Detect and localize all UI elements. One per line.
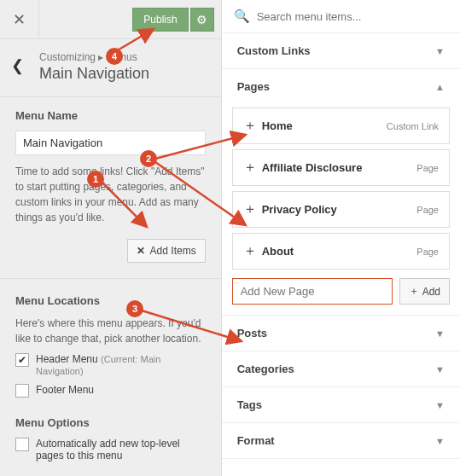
chevron-up-icon: ▲ xyxy=(435,82,445,92)
accordion-label: Categories xyxy=(237,363,294,375)
search-input[interactable] xyxy=(257,10,448,23)
page-item-label: Privacy Policy xyxy=(262,203,337,216)
publish-button[interactable]: Publish xyxy=(132,8,188,32)
page-item-label: About xyxy=(262,245,294,258)
option-label: Automatically add new top-level pages to… xyxy=(36,438,206,461)
close-icon[interactable]: ✕ xyxy=(0,0,39,39)
add-button-label: Add xyxy=(422,286,440,298)
page-item-affiliate[interactable]: ＋Affiliate Disclosure Page xyxy=(232,149,450,186)
plus-icon: ＋ xyxy=(243,200,253,218)
page-item-label: Home xyxy=(262,119,293,132)
chevron-down-icon: ▼ xyxy=(435,400,445,410)
accordion-label: Format xyxy=(237,434,275,447)
page-item-home[interactable]: ＋Home Custom Link xyxy=(232,107,450,144)
accordion-label: Pages xyxy=(237,80,270,93)
chevron-down-icon: ▼ xyxy=(435,436,445,446)
checkbox-icon: ✔ xyxy=(15,353,29,367)
accordion-label: Custom Links xyxy=(237,44,311,57)
menu-locations-title: Menu Locations xyxy=(15,294,206,307)
gear-icon[interactable]: ⚙ xyxy=(190,8,214,32)
customizer-panel: ✕ Publish ⚙ ❮ Customizing ▸ Menus Main N… xyxy=(0,0,221,476)
back-button[interactable]: ❮ xyxy=(7,51,27,75)
location-footer-menu[interactable]: Footer Menu xyxy=(15,384,206,398)
menu-name-label: Menu Name xyxy=(15,109,206,122)
location-label: Header Menu xyxy=(36,353,98,365)
page-item-about[interactable]: ＋About Page xyxy=(232,233,450,270)
checkbox-icon xyxy=(15,384,29,398)
menu-options-title: Menu Options xyxy=(15,416,206,429)
menu-name-input[interactable] xyxy=(15,131,206,155)
location-label: Footer Menu xyxy=(36,384,94,396)
add-page-button[interactable]: ＋ Add xyxy=(399,278,450,305)
checkbox-icon xyxy=(15,438,29,451)
plus-icon: ＋ xyxy=(243,117,253,135)
page-item-privacy[interactable]: ＋Privacy Policy Page xyxy=(232,191,450,228)
search-icon: 🔍 xyxy=(234,9,250,24)
page-item-type: Page xyxy=(416,247,439,257)
accordion-pages[interactable]: Pages ▲ xyxy=(222,69,460,104)
page-item-label: Affiliate Disclosure xyxy=(262,161,363,174)
page-item-type: Page xyxy=(416,205,439,215)
add-items-button[interactable]: ✕ Add Items xyxy=(127,239,206,263)
page-item-type: Page xyxy=(416,163,439,173)
plus-icon: ＋ xyxy=(243,242,253,260)
menu-locations-help: Here's where this menu appears. If you'd… xyxy=(15,316,206,346)
page-title: Main Navigation xyxy=(39,65,204,83)
close-icon: ✕ xyxy=(137,245,145,257)
accordion-categories[interactable]: Categories ▼ xyxy=(222,351,460,386)
chevron-down-icon: ▼ xyxy=(435,364,445,374)
menu-name-help: Time to add some links! Click "Add Items… xyxy=(15,164,206,225)
page-item-type: Custom Link xyxy=(387,121,439,131)
items-panel: 🔍 Custom Links ▼ Pages ▲ ＋Home Custom Li… xyxy=(221,0,460,476)
accordion-posts[interactable]: Posts ▼ xyxy=(222,316,460,351)
plus-icon: ＋ xyxy=(243,159,253,177)
accordion-custom-links[interactable]: Custom Links ▼ xyxy=(222,33,460,68)
location-header-menu[interactable]: ✔ Header Menu (Current: Main Navigation) xyxy=(15,353,206,377)
chevron-down-icon: ▼ xyxy=(435,46,445,56)
accordion-label: Tags xyxy=(237,398,262,411)
breadcrumb: Customizing ▸ Menus xyxy=(39,51,204,63)
plus-icon: ＋ xyxy=(409,284,419,299)
add-new-page-input[interactable] xyxy=(232,278,393,305)
add-items-label: Add Items xyxy=(150,245,196,257)
option-auto-add[interactable]: Automatically add new top-level pages to… xyxy=(15,438,206,461)
accordion-format[interactable]: Format ▼ xyxy=(222,423,460,458)
accordion-label: Posts xyxy=(237,327,267,340)
chevron-down-icon: ▼ xyxy=(435,328,445,339)
accordion-tags[interactable]: Tags ▼ xyxy=(222,387,460,422)
